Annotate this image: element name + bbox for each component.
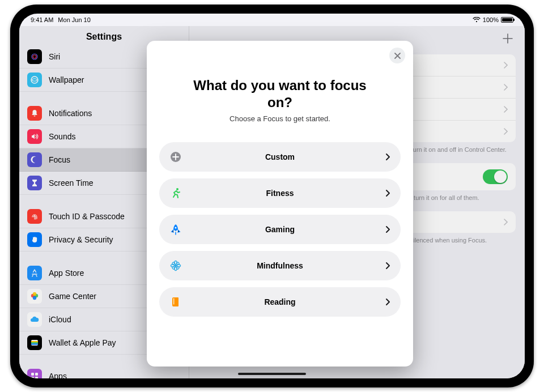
svg-point-6 xyxy=(33,296,36,300)
focus-option-custom[interactable]: Custom xyxy=(159,142,401,172)
svg-point-7 xyxy=(33,292,36,296)
wallpaper-icon xyxy=(27,73,42,87)
focus-option-label: Reading xyxy=(159,297,401,306)
battery-percent: 100% xyxy=(483,16,499,23)
sidebar-item-label: Screen Time xyxy=(49,178,94,188)
status-date: Mon Jun 10 xyxy=(58,16,90,23)
modal-title: What do you want to focus on? xyxy=(147,63,413,114)
svg-rect-28 xyxy=(173,299,174,305)
focus-option-label: Custom xyxy=(159,152,401,161)
fingerprint-icon xyxy=(27,209,42,224)
sidebar-item-label: Game Center xyxy=(49,292,96,301)
chevron-right-icon xyxy=(385,298,390,306)
focus-option-fitness[interactable]: Fitness xyxy=(159,178,401,208)
sidebar-item-label: Apps xyxy=(49,372,67,378)
svg-point-19 xyxy=(175,265,177,267)
svg-rect-9 xyxy=(31,341,38,342)
add-focus-button[interactable] xyxy=(500,31,516,46)
book-icon xyxy=(169,296,182,308)
flower-icon xyxy=(169,259,182,272)
svg-point-18 xyxy=(175,227,177,229)
rocket-icon xyxy=(169,223,182,236)
sidebar-item-label: Wallpaper xyxy=(49,75,84,84)
moon-icon xyxy=(27,152,42,167)
focus-option-gaming[interactable]: Gaming xyxy=(159,215,401,244)
focus-option-label: Fitness xyxy=(159,189,401,198)
speaker-icon xyxy=(27,129,42,144)
gamecenter-icon xyxy=(27,289,42,304)
svg-rect-15 xyxy=(35,377,38,378)
svg-point-17 xyxy=(176,188,178,190)
device-frame: 9:41 AM Mon Jun 10 100% Settings SiriWal… xyxy=(10,5,534,387)
close-button[interactable] xyxy=(389,48,405,63)
svg-rect-13 xyxy=(35,373,38,376)
focus-picker-modal: What do you want to focus on? Choose a F… xyxy=(147,41,413,367)
sidebar-item-label: iCloud xyxy=(49,315,71,324)
sidebar-item-label: Siri xyxy=(49,52,60,61)
appstore-icon xyxy=(27,266,42,280)
sidebar-item-label: Notifications xyxy=(49,109,92,118)
modal-subtitle: Choose a Focus to get started. xyxy=(147,114,413,142)
chevron-right-icon xyxy=(385,153,390,161)
sidebar-item-label: Wallet & Apple Pay xyxy=(49,338,116,347)
svg-point-25 xyxy=(176,262,180,265)
battery-icon xyxy=(501,17,513,23)
hand-icon xyxy=(27,232,42,247)
focus-option-reading[interactable]: Reading xyxy=(159,287,401,317)
wifi-icon xyxy=(473,17,481,23)
running-icon xyxy=(169,187,182,199)
sidebar-item-label: Focus xyxy=(49,155,70,164)
wallet-icon xyxy=(27,335,42,350)
apps-icon xyxy=(27,369,42,378)
bell-icon xyxy=(27,106,42,121)
sidebar-item-label: Sounds xyxy=(49,132,75,141)
share-toggle[interactable] xyxy=(483,169,508,184)
focus-option-mindfulness[interactable]: Mindfulness xyxy=(159,251,401,280)
cloud-icon xyxy=(27,312,42,327)
plus-circle-icon xyxy=(169,151,182,163)
status-time: 9:41 AM xyxy=(31,16,53,23)
sidebar-item-apps[interactable]: Apps xyxy=(19,365,189,378)
svg-rect-10 xyxy=(31,342,38,343)
chevron-right-icon xyxy=(385,262,390,270)
chevron-right-icon xyxy=(385,225,390,233)
svg-point-24 xyxy=(172,262,175,265)
chevron-right-icon xyxy=(385,189,390,197)
home-indicator[interactable] xyxy=(238,373,306,375)
sidebar-item-label: Privacy & Security xyxy=(49,235,113,244)
hourglass-icon xyxy=(27,176,42,190)
svg-rect-14 xyxy=(31,377,34,378)
svg-point-3 xyxy=(31,76,38,83)
svg-point-26 xyxy=(172,266,175,270)
sidebar-item-label: Touch ID & Passcode xyxy=(49,212,125,221)
screen: 9:41 AM Mon Jun 10 100% Settings SiriWal… xyxy=(19,14,525,378)
svg-rect-11 xyxy=(31,343,38,344)
svg-point-27 xyxy=(176,266,180,270)
siri-icon xyxy=(27,49,42,64)
sidebar-item-label: App Store xyxy=(49,269,84,278)
focus-option-label: Gaming xyxy=(159,225,401,234)
svg-rect-12 xyxy=(31,373,34,376)
focus-option-list: CustomFitnessGamingMindfulnessReading xyxy=(147,142,413,317)
focus-option-label: Mindfulness xyxy=(159,261,401,270)
status-bar: 9:41 AM Mon Jun 10 100% xyxy=(19,14,525,26)
